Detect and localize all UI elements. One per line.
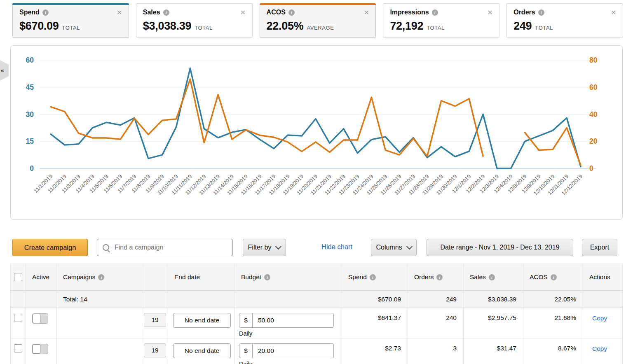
metric-card-label: Orders xyxy=(513,9,535,16)
cell-actions: Copy xyxy=(583,308,623,338)
column-header-actions[interactable]: Actions xyxy=(583,264,623,291)
info-icon[interactable]: i xyxy=(163,9,169,16)
info-icon[interactable]: i xyxy=(436,274,443,280)
info-icon[interactable]: i xyxy=(489,274,495,280)
cell-active xyxy=(26,308,57,338)
column-header-active[interactable]: Active xyxy=(26,264,57,291)
campaign-toolbar: Create campaign Filter by Hide chart Col… xyxy=(10,239,623,256)
total-cell-active xyxy=(26,291,57,308)
export-button[interactable]: Export xyxy=(582,239,617,256)
filter-by-button[interactable]: Filter by xyxy=(243,239,286,256)
metric-card-acos[interactable]: ACOSi×22.05%AVERAGE xyxy=(260,3,376,38)
close-icon[interactable]: × xyxy=(117,9,122,16)
total-cell-select xyxy=(10,291,26,308)
cell-end-date: No end date xyxy=(168,308,235,338)
cell-campaigns xyxy=(57,308,142,338)
copy-link[interactable]: Copy xyxy=(592,315,607,322)
cell-select xyxy=(10,308,26,338)
start-date-field[interactable]: 19 xyxy=(144,343,166,357)
cell-orders: 240 xyxy=(408,308,464,338)
right-axis-tick-label: 40 xyxy=(589,110,598,119)
cell-budget: $20.00Daily xyxy=(235,338,342,364)
row-checkbox[interactable] xyxy=(14,344,22,352)
info-icon[interactable]: i xyxy=(370,274,376,280)
metric-card-sales[interactable]: Salesi×$3,038.39TOTAL xyxy=(136,3,253,38)
metric-card-spend[interactable]: Spendi×$670.09TOTAL xyxy=(12,3,129,38)
collapse-chevrons-icon: « xyxy=(1,67,4,74)
right-axis-tick-label: 0 xyxy=(589,164,593,173)
column-header-spend[interactable]: Spendi xyxy=(342,264,408,291)
total-cell-start-date xyxy=(142,291,168,308)
metrics-chart: 01530456002040608011/1/201911/2/201911/3… xyxy=(11,46,622,219)
column-header-sales[interactable]: Salesi xyxy=(464,264,523,291)
left-axis-tick-label: 60 xyxy=(26,56,34,64)
column-header-label: Actions xyxy=(589,273,610,281)
info-icon[interactable]: i xyxy=(432,9,438,16)
active-toggle[interactable] xyxy=(32,313,48,324)
cell-orders: 3 xyxy=(408,338,464,364)
create-campaign-button[interactable]: Create campaign xyxy=(12,239,88,256)
budget-input[interactable]: $20.00 xyxy=(239,343,334,358)
search-input[interactable] xyxy=(97,239,232,256)
info-icon[interactable]: i xyxy=(42,9,49,16)
metric-card-unit: TOTAL xyxy=(62,25,80,31)
column-header-budget[interactable]: Budgeti xyxy=(235,264,342,291)
left-axis-tick-label: 15 xyxy=(26,137,34,145)
chevron-down-icon xyxy=(406,243,413,250)
close-icon[interactable]: × xyxy=(364,9,369,16)
performance-chart-panel: 01530456002040608011/1/201911/2/201911/3… xyxy=(10,45,623,220)
column-header-orders[interactable]: Ordersi xyxy=(408,264,464,291)
chevron-down-icon xyxy=(275,243,282,250)
info-icon[interactable]: i xyxy=(264,274,270,280)
cell-start-date: 19 xyxy=(142,308,168,338)
sidebar-collapse-tab[interactable]: « xyxy=(0,60,9,81)
metric-card-unit: TOTAL xyxy=(535,25,553,31)
column-header-start-date[interactable] xyxy=(142,264,168,291)
date-range-button[interactable]: Date range - Nov 1, 2019 - Dec 13, 2019 xyxy=(427,239,573,256)
metric-card-value: $670.09 xyxy=(19,20,59,33)
budget-input[interactable]: $50.00 xyxy=(239,313,334,328)
info-icon[interactable]: i xyxy=(288,9,295,16)
metric-card-label: Sales xyxy=(143,9,160,16)
cell-active xyxy=(26,338,57,364)
columns-button[interactable]: Columns xyxy=(371,239,417,256)
metric-card-unit: AVERAGE xyxy=(307,25,334,31)
hide-chart-link[interactable]: Hide chart xyxy=(321,243,352,251)
cell-budget: $50.00Daily xyxy=(235,308,342,338)
total-cell-spend: $670.09 xyxy=(342,291,408,308)
metric-card-label: Impressions xyxy=(390,9,429,16)
copy-link[interactable]: Copy xyxy=(592,345,607,352)
metric-card-orders[interactable]: Ordersi×249TOTAL xyxy=(506,3,623,38)
spend-line xyxy=(51,68,581,168)
select-all-checkbox[interactable] xyxy=(14,273,22,281)
info-icon[interactable]: i xyxy=(98,274,104,280)
info-icon[interactable]: i xyxy=(538,9,544,16)
left-axis-tick-label: 0 xyxy=(30,164,34,173)
right-axis-tick-label: 20 xyxy=(589,137,598,145)
column-header-acos[interactable]: ACOSi xyxy=(523,264,583,291)
close-icon[interactable]: × xyxy=(488,9,492,16)
cell-end-date: No end date xyxy=(168,338,235,364)
row-checkbox[interactable] xyxy=(14,314,22,322)
budget-type-label: Daily xyxy=(239,330,342,337)
active-toggle[interactable] xyxy=(32,344,48,354)
column-header-select xyxy=(10,264,26,291)
column-header-end-date[interactable]: End date xyxy=(168,264,235,291)
campaigns-table: ActiveCampaignsiEnd dateBudgetiSpendiOrd… xyxy=(10,264,623,364)
end-date-input[interactable]: No end date xyxy=(173,313,231,328)
close-icon[interactable]: × xyxy=(611,9,616,16)
info-icon[interactable]: i xyxy=(551,274,557,280)
total-cell-actions xyxy=(583,291,623,308)
budget-value: 20.00 xyxy=(253,344,274,358)
total-cell-campaigns: Total: 14 xyxy=(57,291,142,308)
filter-by-label: Filter by xyxy=(248,244,272,251)
table-total-row: Total: 14$670.09249$3,038.3922.05% xyxy=(10,291,623,308)
metric-card-impressions[interactable]: Impressionsi×72,192TOTAL xyxy=(383,3,499,38)
metric-card-label: ACOS xyxy=(267,9,286,16)
start-date-field[interactable]: 19 xyxy=(144,313,166,327)
close-icon[interactable]: × xyxy=(240,9,245,16)
date-range-label: Date range - Nov 1, 2019 - Dec 13, 2019 xyxy=(440,244,559,251)
column-header-campaigns[interactable]: Campaignsi xyxy=(57,264,142,291)
cell-spend: $641.37 xyxy=(342,308,408,338)
end-date-input[interactable]: No end date xyxy=(173,343,231,358)
